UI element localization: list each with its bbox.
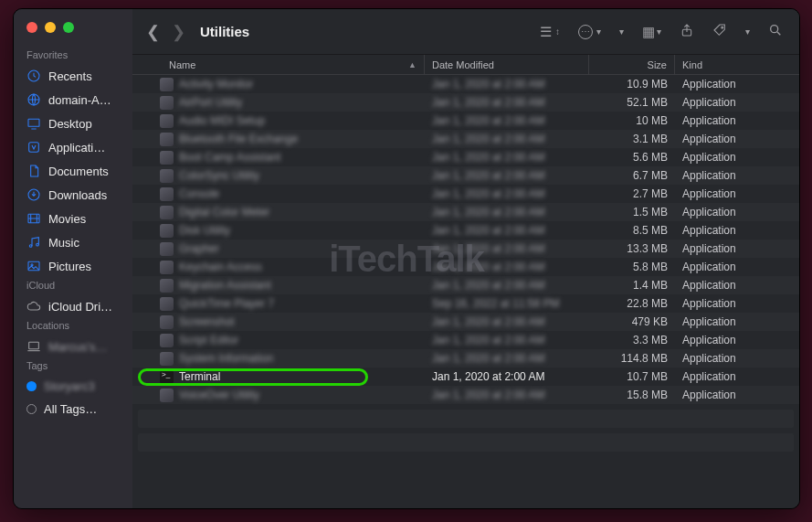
svg-rect-3 bbox=[29, 143, 39, 153]
file-size-cell: 3.1 MB bbox=[589, 133, 675, 145]
file-date-cell: Jan 1, 2020 at 2:00 AM bbox=[425, 261, 589, 273]
file-row[interactable]: ▸ScreenshotJan 1, 2020 at 2:00 AM479 KBA… bbox=[132, 313, 799, 331]
app-icon bbox=[160, 224, 174, 238]
search-icon bbox=[768, 23, 783, 40]
column-date[interactable]: Date Modified bbox=[425, 55, 589, 74]
column-size[interactable]: Size bbox=[589, 55, 675, 74]
file-row[interactable]: ▸Disk UtilityJan 1, 2020 at 2:00 AM8.5 M… bbox=[132, 221, 799, 240]
dropdown-button-2[interactable]: ▾ bbox=[740, 23, 755, 40]
ellipsis-circle-icon: ⋯ bbox=[578, 25, 593, 39]
file-date-label: Jan 1, 2020 at 2:00 AM bbox=[432, 242, 544, 255]
sidebar-item-label: Applicati… bbox=[48, 141, 105, 154]
file-date-cell: Jan 1, 2020 at 2:00 AM bbox=[425, 352, 589, 365]
file-name-label: ColorSync Utility bbox=[179, 169, 259, 182]
app-icon bbox=[160, 352, 174, 366]
svg-point-12 bbox=[722, 27, 723, 28]
forward-button[interactable]: ❯ bbox=[169, 22, 187, 42]
view-list-button[interactable]: ☰ ↕ bbox=[534, 20, 565, 44]
chevron-down-icon: ▾ bbox=[657, 27, 661, 37]
file-row[interactable]: ▸Audio MIDI SetupJan 1, 2020 at 2:00 AM1… bbox=[132, 112, 799, 130]
file-name-cell: ▸Grapher bbox=[132, 242, 425, 256]
file-kind-cell: Application bbox=[675, 242, 799, 255]
file-row[interactable]: ▸Activity MonitorJan 1, 2020 at 2:00 AM1… bbox=[132, 75, 799, 93]
file-date-cell: Jan 1, 2020 at 2:00 AM bbox=[425, 279, 589, 292]
sidebar-item[interactable]: Pictures bbox=[14, 254, 132, 278]
file-date-cell: Jan 1, 2020 at 2:00 AM bbox=[425, 151, 589, 164]
file-row[interactable]: ▸TerminalJan 1, 2020 at 2:00 AM10.7 MBAp… bbox=[132, 368, 799, 386]
tags-button[interactable] bbox=[707, 19, 733, 44]
column-kind[interactable]: Kind bbox=[675, 55, 799, 74]
file-date-cell: Jan 1, 2020 at 2:00 AM bbox=[425, 133, 589, 145]
file-date-label: Jan 1, 2020 at 2:00 AM bbox=[432, 224, 544, 237]
file-name-label: Audio MIDI Setup bbox=[179, 114, 265, 127]
file-name-cell: ▸ColorSync Utility bbox=[132, 169, 425, 183]
file-name-label: Boot Camp Assistant bbox=[179, 151, 280, 164]
sidebar-item[interactable]: Documents bbox=[14, 159, 132, 183]
sidebar-item[interactable]: All Tags… bbox=[14, 398, 132, 421]
file-row[interactable]: ▸ColorSync UtilityJan 1, 2020 at 2:00 AM… bbox=[132, 166, 799, 185]
empty-row bbox=[138, 433, 794, 452]
app-icon bbox=[160, 78, 174, 91]
sidebar-item[interactable]: iCloud Dri… bbox=[14, 294, 132, 318]
share-button[interactable] bbox=[674, 19, 700, 44]
file-name-cell: ▸VoiceOver Utility bbox=[132, 389, 425, 402]
file-row[interactable]: ▸AirPort UtilityJan 1, 2020 at 2:00 AM52… bbox=[132, 93, 799, 112]
finder-window: FavoritesRecentsdomain-A…DesktopApplicat… bbox=[13, 8, 800, 509]
file-name-label: Keychain Access bbox=[179, 261, 262, 273]
file-row[interactable]: ▸Keychain AccessJan 1, 2020 at 2:00 AM5.… bbox=[132, 258, 799, 276]
sidebar-item-label: All Tags… bbox=[44, 402, 97, 416]
minimize-button[interactable] bbox=[45, 22, 56, 33]
file-row[interactable]: ▸GrapherJan 1, 2020 at 2:00 AM13.3 MBApp… bbox=[132, 240, 799, 258]
file-row[interactable]: ▸Boot Camp AssistantJan 1, 2020 at 2:00 … bbox=[132, 148, 799, 166]
main-content: ❮ ❯ Utilities ☰ ↕ ⋯ ▾ ▾ ▦ ▾ bbox=[132, 9, 799, 508]
sidebar-section-label: Favorites bbox=[14, 48, 132, 64]
sidebar-item[interactable]: Recents bbox=[14, 64, 132, 88]
sidebar-item[interactable]: Downloads bbox=[14, 183, 132, 207]
sidebar-item[interactable]: Music bbox=[14, 230, 132, 254]
sidebar-item[interactable]: Storyarc3 bbox=[14, 375, 132, 398]
file-row[interactable]: ▸ConsoleJan 1, 2020 at 2:00 AM2.7 MBAppl… bbox=[132, 185, 799, 203]
sidebar-item-label: Movies bbox=[48, 212, 86, 226]
file-date-cell: Jan 1, 2020 at 2:00 AM bbox=[425, 169, 589, 182]
sidebar-item[interactable]: Movies bbox=[14, 207, 132, 230]
file-row[interactable]: ▸Bluetooth File ExchangeJan 1, 2020 at 2… bbox=[132, 130, 799, 148]
app-icon bbox=[160, 279, 174, 293]
file-name-cell: ▸QuickTime Player 7 bbox=[132, 297, 425, 311]
app-icon bbox=[160, 389, 174, 402]
search-button[interactable] bbox=[763, 19, 788, 44]
file-size-cell: 114.8 MB bbox=[589, 352, 675, 365]
zoom-button[interactable] bbox=[63, 22, 74, 33]
file-row[interactable]: ▸Digital Color MeterJan 1, 2020 at 2:00 … bbox=[132, 203, 799, 221]
svg-point-6 bbox=[29, 245, 32, 248]
movie-icon bbox=[26, 211, 41, 226]
file-row[interactable]: ▸QuickTime Player 7Sep 16, 2022 at 11:58… bbox=[132, 294, 799, 313]
sidebar-item[interactable]: Marcus's… bbox=[14, 335, 132, 358]
sidebar-item-label: Marcus's… bbox=[48, 340, 108, 354]
file-name-label: Activity Monitor bbox=[179, 78, 253, 91]
file-size-cell: 2.7 MB bbox=[589, 187, 675, 200]
close-button[interactable] bbox=[26, 22, 37, 33]
sidebar-item-label: Storyarc3 bbox=[44, 379, 95, 393]
file-row[interactable]: ▸Migration AssistantJan 1, 2020 at 2:00 … bbox=[132, 276, 799, 294]
sidebar-item[interactable]: Applicati… bbox=[14, 135, 132, 159]
file-row[interactable]: ▸System InformationJan 1, 2020 at 2:00 A… bbox=[132, 349, 799, 368]
dropdown-button[interactable]: ▾ bbox=[614, 23, 629, 40]
back-button[interactable]: ❮ bbox=[143, 22, 162, 42]
icon-view-button[interactable]: ▦ ▾ bbox=[637, 20, 667, 44]
file-row[interactable]: ▸Script EditorJan 1, 2020 at 2:00 AM3.3 … bbox=[132, 331, 799, 349]
svg-rect-2 bbox=[28, 119, 39, 126]
column-kind-label: Kind bbox=[682, 59, 702, 70]
file-kind-cell: Application bbox=[675, 334, 799, 346]
file-date-cell: Jan 1, 2020 at 2:00 AM bbox=[425, 389, 589, 401]
file-kind-cell: Application bbox=[675, 370, 799, 383]
file-row[interactable]: ▸VoiceOver UtilityJan 1, 2020 at 2:00 AM… bbox=[132, 386, 799, 404]
column-name[interactable]: Name ▲ bbox=[132, 55, 425, 74]
sidebar-item[interactable]: domain-A… bbox=[14, 88, 132, 112]
group-by-button[interactable]: ⋯ ▾ bbox=[573, 21, 606, 43]
sidebar-item-label: Documents bbox=[48, 165, 109, 178]
desktop-icon bbox=[26, 116, 41, 131]
file-size-cell: 15.8 MB bbox=[589, 389, 675, 401]
file-name-label: Digital Color Meter bbox=[179, 206, 269, 218]
sidebar-item[interactable]: Desktop bbox=[14, 112, 132, 135]
file-name-cell: ▸Migration Assistant bbox=[132, 279, 425, 293]
